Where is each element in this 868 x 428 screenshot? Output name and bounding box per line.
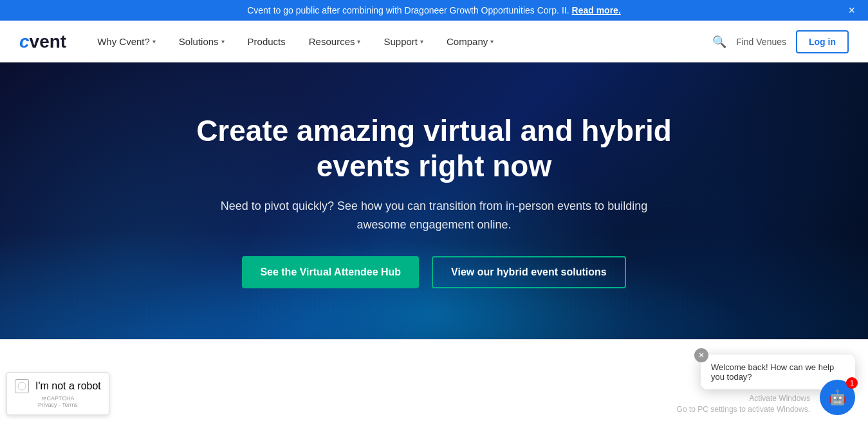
nav-item-why-cvent[interactable]: Why Cvent? ▾ xyxy=(86,21,167,62)
banner-text: Cvent to go public after combining with … xyxy=(247,5,569,15)
hero-title: Create amazing virtual and hybrid events… xyxy=(177,113,692,184)
top-banner: Cvent to go public after combining with … xyxy=(0,0,868,21)
login-button[interactable]: Log in xyxy=(796,30,849,53)
banner-link[interactable]: Read more. xyxy=(572,5,621,15)
chevron-down-icon: ▾ xyxy=(221,38,225,45)
captcha-widget: I'm not a robot reCAPTCHA Privacy - Term… xyxy=(6,372,109,381)
hero-section: Create amazing virtual and hybrid events… xyxy=(0,62,868,339)
logo-c: c xyxy=(19,32,30,52)
nav-label-support: Support xyxy=(383,36,418,47)
hybrid-event-solutions-button[interactable]: View our hybrid event solutions xyxy=(432,256,626,288)
logo-vent: vent xyxy=(30,32,67,52)
chevron-down-icon: ▾ xyxy=(152,38,156,45)
hero-buttons: See the Virtual Attendee Hub View our hy… xyxy=(242,256,625,288)
banner-close-button[interactable]: × xyxy=(848,4,855,17)
nav-label-company: Company xyxy=(447,36,488,47)
nav-item-resources[interactable]: Resources ▾ xyxy=(297,21,373,62)
chat-close-button[interactable]: ✕ xyxy=(694,348,708,362)
nav-item-company[interactable]: Company ▾ xyxy=(435,21,505,62)
navbar: c vent Why Cvent? ▾ Solutions ▾ Products… xyxy=(0,21,868,62)
nav-label-why-cvent: Why Cvent? xyxy=(97,36,150,47)
search-icon[interactable]: 🔍 xyxy=(712,35,726,49)
chat-welcome-message: Welcome back! How can we help you today? xyxy=(711,362,845,381)
captcha-checkbox[interactable] xyxy=(15,379,29,381)
virtual-attendee-hub-button[interactable]: See the Virtual Attendee Hub xyxy=(242,256,419,288)
nav-item-solutions[interactable]: Solutions ▾ xyxy=(167,21,236,62)
captcha-label: I'm not a robot xyxy=(35,380,101,381)
nav-label-solutions: Solutions xyxy=(179,36,219,47)
nav-links: Why Cvent? ▾ Solutions ▾ Products Resour… xyxy=(86,21,712,62)
logo[interactable]: c vent xyxy=(19,32,66,52)
nav-label-products: Products xyxy=(248,36,286,47)
nav-item-products[interactable]: Products xyxy=(236,21,297,62)
find-venues-link[interactable]: Find Venues xyxy=(736,37,786,47)
chevron-down-icon: ▾ xyxy=(490,38,494,45)
chevron-down-icon: ▾ xyxy=(420,38,423,45)
chat-widget: ✕ Welcome back! How can we help you toda… xyxy=(701,355,855,381)
nav-right: 🔍 Find Venues Log in xyxy=(712,30,849,53)
nav-label-resources: Resources xyxy=(309,36,355,47)
nav-item-support[interactable]: Support ▾ xyxy=(372,21,435,62)
hero-subtitle: Need to pivot quickly? See how you can t… xyxy=(216,197,653,234)
chevron-down-icon: ▾ xyxy=(357,38,360,45)
